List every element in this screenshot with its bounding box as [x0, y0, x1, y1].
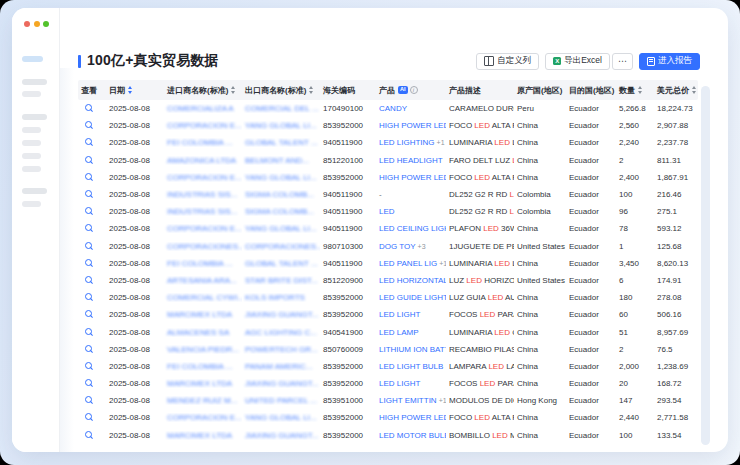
product-link[interactable]: HIGH POWER LED F [379, 413, 446, 422]
product-link[interactable]: LED GUIDE LIGHT T [379, 293, 446, 302]
importer-link[interactable]: FEI COLOMBIA ... [167, 259, 232, 268]
view-search-icon[interactable] [85, 276, 92, 283]
view-search-icon[interactable] [85, 121, 92, 128]
view-search-icon[interactable] [85, 328, 92, 335]
sidebar-item[interactable] [22, 153, 41, 159]
exporter-link[interactable]: SIGMA COLOMB... [245, 190, 314, 199]
product-link[interactable]: DOG TOY [379, 242, 416, 251]
exporter-link[interactable]: YANG GLOBAL LI... [245, 413, 317, 422]
sort-icon[interactable] [692, 86, 696, 94]
info-icon[interactable]: i [410, 86, 418, 94]
product-link[interactable]: LED CEILING LIGHT [379, 224, 446, 233]
enter-report-button[interactable]: 进入报告 [639, 53, 700, 70]
view-search-icon[interactable] [85, 138, 92, 145]
product-link[interactable]: LED LIGHT [379, 310, 420, 319]
product-link[interactable]: HIGH POWER LED F [379, 173, 446, 182]
importer-link[interactable]: AMAZONICA LTDA [167, 156, 236, 165]
product-link[interactable]: LITHIUM ION BATTE [379, 345, 446, 354]
exporter-link[interactable]: BELMONT AND... [245, 156, 309, 165]
column-header-2[interactable]: 进口商名称(标准) [164, 85, 242, 96]
more-options-button[interactable]: ⋯ [612, 53, 633, 70]
sort-icon[interactable] [638, 86, 642, 94]
exporter-link[interactable]: UNITED PARCEL ... [245, 396, 317, 405]
product-link[interactable]: LED LIGHT [379, 379, 420, 388]
sidebar-item[interactable] [22, 91, 41, 97]
view-search-icon[interactable] [85, 431, 92, 438]
view-search-icon[interactable] [85, 259, 92, 266]
view-search-icon[interactable] [85, 345, 92, 352]
product-link[interactable]: LED LIGHT BULB [379, 362, 443, 371]
view-search-icon[interactable] [85, 190, 92, 197]
exporter-link[interactable]: KOLS IMPORTS [245, 293, 305, 302]
column-header-3[interactable]: 出口商名称(标准) [242, 85, 320, 96]
exporter-link[interactable]: STAR BRITE DIST... [245, 276, 318, 285]
view-search-icon[interactable] [85, 104, 92, 111]
view-search-icon[interactable] [85, 293, 92, 300]
export-excel-button[interactable]: X 导出Excel [545, 53, 610, 70]
product-link[interactable]: LED MOTOR BULB [379, 431, 446, 440]
view-search-icon[interactable] [85, 362, 92, 369]
exporter-link[interactable]: JIAXING GUANGT... [245, 431, 318, 440]
product-link[interactable]: HIGH POWER LED F [379, 121, 446, 130]
product-link[interactable]: LED LIGHTING [379, 138, 435, 147]
column-header-9[interactable]: 数量 [616, 85, 654, 96]
exporter-link[interactable]: GLOBAL TALENT ... [245, 259, 318, 268]
importer-link[interactable]: INDUSTRIAS SIS... [167, 190, 237, 199]
view-search-icon[interactable] [85, 242, 92, 249]
importer-link[interactable]: MARCIMEX LTDA [167, 431, 232, 440]
close-button[interactable] [24, 21, 30, 27]
importer-link[interactable]: ARTESANIA ARA... [167, 276, 237, 285]
view-search-icon[interactable] [85, 207, 92, 214]
importer-link[interactable]: CORPORACION E... [167, 121, 242, 130]
importer-link[interactable]: VALENCIA PIEDR... [167, 345, 239, 354]
minimize-button[interactable] [34, 21, 40, 27]
exporter-link[interactable]: JIAXING GUANGT... [245, 379, 318, 388]
view-search-icon[interactable] [85, 310, 92, 317]
exporter-link[interactable]: YANG GLOBAL LI... [245, 121, 317, 130]
exporter-link[interactable]: CORPORACIONES... [245, 242, 320, 251]
product-link[interactable]: LED HORIZONTAL L [379, 276, 446, 285]
sidebar-item[interactable] [22, 166, 41, 172]
sort-icon[interactable] [309, 86, 313, 94]
exporter-link[interactable]: COMERCIAL DEL ... [245, 104, 319, 113]
importer-link[interactable]: FEI COLOMBIA ... [167, 362, 232, 371]
exporter-link[interactable]: PANAM AMERIC... [245, 362, 312, 371]
product-link[interactable]: LED HEADLIGHT [379, 156, 443, 165]
importer-link[interactable]: CORPORACION E... [167, 173, 242, 182]
view-search-icon[interactable] [85, 379, 92, 386]
sidebar-item-active[interactable] [22, 56, 43, 62]
importer-link[interactable]: CORPORACIONES... [167, 242, 242, 251]
product-link[interactable]: CANDY [379, 104, 407, 113]
importer-link[interactable]: FEI COLOMBIA ... [167, 138, 232, 147]
customize-columns-button[interactable]: 自定义列 [476, 53, 539, 70]
importer-link[interactable]: MARCIMEX LTDA [167, 310, 232, 319]
importer-link[interactable]: MARCIMEX LTDA [167, 379, 232, 388]
exporter-link[interactable]: GLOBAL TALENT ... [245, 138, 318, 147]
product-link[interactable]: LIGHT EMITTIN [379, 396, 437, 405]
importer-link[interactable]: INDUSTRIAS SIS... [167, 207, 237, 216]
sort-icon[interactable] [128, 86, 132, 94]
exporter-link[interactable]: YANG GLOBAL LI... [245, 173, 317, 182]
view-search-icon[interactable] [85, 156, 92, 163]
vertical-scrollbar[interactable] [701, 86, 710, 445]
exporter-link[interactable]: SIGMA COLOMB... [245, 207, 314, 216]
sidebar-item[interactable] [22, 140, 41, 146]
product-link[interactable]: LED PANEL LIG [379, 259, 437, 268]
view-search-icon[interactable] [85, 396, 92, 403]
column-header-10[interactable]: 美元总价 [654, 85, 698, 96]
maximize-button[interactable] [43, 21, 49, 27]
importer-link[interactable]: ALMACENES SA [167, 328, 229, 337]
sidebar-item[interactable] [22, 127, 41, 133]
exporter-link[interactable]: YANG GLOBAL LI... [245, 224, 317, 233]
view-search-icon[interactable] [85, 413, 92, 420]
importer-link[interactable]: COMERCIAL CYWI... [167, 293, 242, 302]
importer-link[interactable]: CORPORACION E... [167, 224, 242, 233]
sidebar-item[interactable] [22, 201, 41, 207]
product-link[interactable]: LED [379, 207, 395, 216]
sort-icon[interactable] [231, 86, 235, 94]
view-search-icon[interactable] [85, 224, 92, 231]
column-header-1[interactable]: 日期 [106, 85, 164, 96]
exporter-link[interactable]: POWERTECH GR... [245, 345, 318, 354]
importer-link[interactable]: COMERCIALIZA A [167, 104, 234, 113]
product-link[interactable]: LED LAMP [379, 328, 419, 337]
